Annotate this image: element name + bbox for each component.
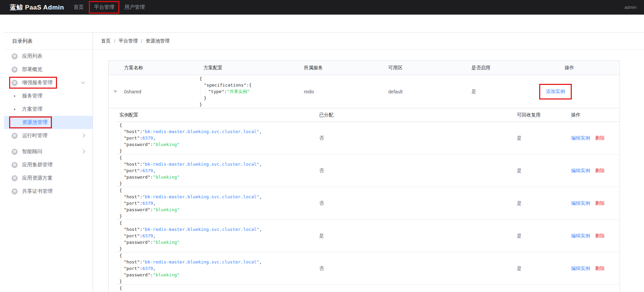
user-menu[interactable]: admin bbox=[625, 5, 637, 10]
breadcrumb: 首页 / 平台管理 / 资源池管理 bbox=[93, 33, 644, 50]
breadcrumb-separator: / bbox=[141, 38, 142, 44]
sidebar-title: 目录列表 bbox=[4, 33, 93, 50]
edit-instance-link[interactable]: 编辑实例 bbox=[571, 266, 590, 272]
sidebar-item-5[interactable]: 资源池管理 bbox=[4, 116, 93, 129]
annotation-box: 添加实例 bbox=[539, 84, 572, 99]
edit-instance-link[interactable]: 编辑实例 bbox=[571, 135, 590, 141]
menu-m-icon: M bbox=[12, 188, 18, 195]
edit-instance-link[interactable]: 编辑实例 bbox=[571, 233, 590, 239]
sidebar-item-label: 方案管理 bbox=[22, 106, 42, 112]
instance-row-3: {"host":"bk-redis-master.blueking.svc.cl… bbox=[116, 220, 620, 252]
sidebar-item-4[interactable]: 方案管理 bbox=[4, 103, 93, 116]
col-recyclable: 可回收复用 bbox=[515, 112, 571, 118]
delete-instance-link[interactable]: 删除 bbox=[595, 135, 605, 141]
instance-row-2: {"host":"bk-redis-master.blueking.svc.cl… bbox=[116, 187, 620, 220]
chevron-right-icon bbox=[81, 133, 85, 137]
plan-table: 方案名称 方案配置 所属服务 可用区 是否启用 操作 0shared {"spe… bbox=[108, 60, 620, 292]
recyclable-value: 是 bbox=[517, 200, 522, 206]
sidebar-item-9[interactable]: M 应用资源方案 bbox=[4, 171, 93, 185]
allocated-value: 否 bbox=[319, 200, 324, 206]
instance-config-json: { bbox=[119, 285, 318, 291]
sidebar-item-label: 应用集群管理 bbox=[22, 162, 53, 168]
sidebar-item-label: 共享证书管理 bbox=[22, 188, 53, 195]
sidebar: 目录列表 M 应用列表 M 部署概览 M 增强服务管理 服务管理 方案管理 资源… bbox=[4, 33, 93, 292]
sidebar-item-1[interactable]: M 部署概览 bbox=[4, 63, 93, 76]
sidebar-item-label: 智能顾问 bbox=[22, 148, 42, 155]
col-plan-config: 方案配置 bbox=[203, 65, 304, 71]
recyclable-value: 是 bbox=[517, 266, 522, 271]
allocated-value: 否 bbox=[319, 266, 324, 271]
sidebar-item-8[interactable]: M 应用集群管理 bbox=[4, 158, 93, 171]
menu-m-icon: M bbox=[12, 67, 18, 73]
allocated-value: 是 bbox=[319, 233, 324, 238]
sidebar-item-2[interactable]: M 增强服务管理 bbox=[4, 76, 93, 89]
top-nav-menu: 首页 平台管理 用户管理 bbox=[74, 4, 155, 11]
instance-row-0: {"host":"bk-redis-master.blueking.svc.cl… bbox=[116, 122, 620, 154]
sidebar-item-label: 增强服务管理 bbox=[22, 79, 53, 86]
instance-config-json: {"host":"bk-redis-master.blueking.svc.cl… bbox=[119, 122, 318, 154]
col-allocated: 已分配 bbox=[318, 112, 515, 118]
page-body: 目录列表 M 应用列表 M 部署概览 M 增强服务管理 服务管理 方案管理 资源… bbox=[4, 32, 644, 292]
delete-instance-link[interactable]: 删除 bbox=[595, 168, 605, 174]
edit-instance-link[interactable]: 编辑实例 bbox=[571, 200, 590, 206]
plan-row: 0shared {"specifications":{"type":"共享实例"… bbox=[109, 75, 620, 108]
sidebar-item-label: 资源池管理 bbox=[22, 119, 47, 126]
delete-instance-link[interactable]: 删除 bbox=[595, 266, 605, 272]
sidebar-item-label: 应用资源方案 bbox=[22, 175, 53, 181]
annotation-box: 平台管理 bbox=[89, 1, 119, 14]
nav-item-home[interactable]: 首页 bbox=[74, 4, 84, 11]
sidebar-menu: M 应用列表 M 部署概览 M 增强服务管理 服务管理 方案管理 资源池管理 M bbox=[4, 50, 93, 198]
instance-row-4: {"host":"bk-redis-master.blueking.svc.cl… bbox=[116, 252, 620, 285]
collapse-triangle-icon[interactable] bbox=[113, 90, 117, 93]
sidebar-item-label: 服务管理 bbox=[22, 93, 42, 99]
sidebar-item-0[interactable]: M 应用列表 bbox=[4, 50, 93, 63]
allocated-value: 否 bbox=[319, 168, 324, 173]
sidebar-item-label: 部署概览 bbox=[22, 66, 42, 73]
content-area: 方案名称 方案配置 所属服务 可用区 是否启用 操作 0shared {"spe… bbox=[93, 50, 644, 292]
instance-config-json: {"host":"bk-redis-master.blueking.svc.cl… bbox=[119, 187, 318, 219]
menu-m-icon: M bbox=[12, 133, 18, 139]
instance-rows: {"host":"bk-redis-master.blueking.svc.cl… bbox=[116, 122, 620, 292]
enabled-value: 是 bbox=[471, 89, 545, 95]
top-navbar: 蓝鲸 PaaS Admin 首页 平台管理 用户管理 admin bbox=[0, 0, 644, 15]
zone-value: default bbox=[388, 89, 471, 94]
instance-config-json: {"host":"bk-redis-master.blueking.svc.cl… bbox=[119, 220, 318, 252]
sidebar-item-label: 应用列表 bbox=[22, 53, 42, 59]
app-logo[interactable]: 蓝鲸 PaaS Admin bbox=[10, 3, 64, 12]
instance-table-header: 实例配置 已分配 可回收复用 操作 bbox=[116, 108, 620, 122]
chevron-right-icon bbox=[81, 149, 85, 153]
nav-item-platform[interactable]: 平台管理 bbox=[94, 4, 114, 11]
recyclable-value: 是 bbox=[517, 135, 522, 141]
delete-instance-link[interactable]: 删除 bbox=[595, 233, 605, 239]
sidebar-item-6[interactable]: M 运行时管理 bbox=[4, 129, 93, 142]
breadcrumb-platform[interactable]: 平台管理 bbox=[119, 38, 138, 44]
add-instance-link[interactable]: 添加实例 bbox=[546, 89, 565, 94]
main-area: 首页 / 平台管理 / 资源池管理 方案名称 方案配置 所属服务 可用区 是否启… bbox=[93, 33, 644, 292]
bullet-dot-icon bbox=[14, 109, 15, 110]
breadcrumb-separator: / bbox=[114, 38, 115, 44]
menu-m-icon: M bbox=[12, 149, 18, 155]
plan-config-json: {"specifications":{"type":"共享实例"}} bbox=[199, 75, 304, 108]
menu-m-icon: M bbox=[12, 80, 18, 86]
instance-row-1: {"host":"bk-redis-master.blueking.svc.cl… bbox=[116, 154, 620, 187]
sidebar-item-10[interactable]: M 共享证书管理 bbox=[4, 185, 93, 198]
delete-instance-link[interactable]: 删除 bbox=[595, 200, 605, 206]
breadcrumb-current: 资源池管理 bbox=[146, 38, 170, 44]
nav-item-users[interactable]: 用户管理 bbox=[124, 4, 145, 11]
breadcrumb-home[interactable]: 首页 bbox=[101, 38, 111, 44]
sidebar-item-3[interactable]: 服务管理 bbox=[4, 89, 93, 103]
edit-instance-link[interactable]: 编辑实例 bbox=[571, 168, 590, 174]
plan-table-header: 方案名称 方案配置 所属服务 可用区 是否启用 操作 bbox=[109, 61, 620, 75]
instance-config-json: {"host":"bk-redis-master.blueking.svc.cl… bbox=[119, 154, 318, 187]
recyclable-value: 是 bbox=[517, 233, 522, 238]
chevron-down-icon bbox=[81, 80, 85, 84]
col-instance-config: 实例配置 bbox=[116, 112, 318, 118]
col-instance-actions: 操作 bbox=[571, 112, 620, 118]
allocated-value: 否 bbox=[319, 135, 324, 141]
bullet-dot-icon bbox=[14, 95, 15, 97]
instance-table: 实例配置 已分配 可回收复用 操作 {"host":"bk-redis-mast… bbox=[109, 108, 620, 292]
recyclable-value: 是 bbox=[517, 168, 522, 173]
menu-m-icon: M bbox=[12, 175, 18, 181]
sidebar-item-7[interactable]: M 智能顾问 bbox=[4, 145, 93, 158]
col-plan-name: 方案名称 bbox=[124, 65, 203, 71]
